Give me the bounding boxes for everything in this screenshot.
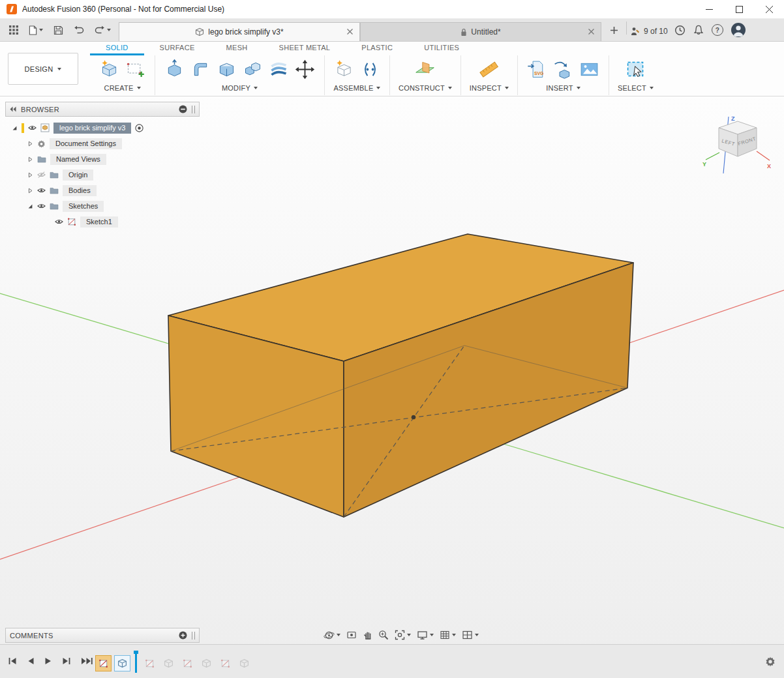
expander-icon[interactable] <box>27 156 33 162</box>
tree-item-label[interactable]: Sketch1 <box>80 216 118 228</box>
timeline-feature-suppressed[interactable] <box>236 655 252 671</box>
new-tab-button[interactable] <box>605 22 622 38</box>
app-grid-icon[interactable] <box>5 23 22 37</box>
fit-button[interactable] <box>395 630 411 640</box>
group-construct-button[interactable]: CONSTRUCT <box>399 84 452 92</box>
offset-faces-icon[interactable] <box>268 59 290 80</box>
close-tab-icon[interactable] <box>587 27 596 36</box>
minimize-button[interactable] <box>694 0 724 18</box>
tab-sheet-metal[interactable]: SHEET METAL <box>264 44 346 55</box>
group-modify-button[interactable]: MODIFY <box>222 84 258 92</box>
tab-plastic[interactable]: PLASTIC <box>346 44 408 55</box>
timeline-feature-suppressed[interactable] <box>160 655 177 671</box>
comments-header[interactable]: COMMENTS <box>5 628 200 643</box>
view-cube[interactable]: Z Y X LEFT FRONT <box>702 113 774 176</box>
tree-item-label[interactable]: Sketches <box>63 201 104 212</box>
step-back-button[interactable] <box>25 656 36 666</box>
play-button[interactable] <box>43 656 53 666</box>
expander-icon[interactable] <box>12 125 18 131</box>
redo-button[interactable] <box>91 23 115 37</box>
combine-icon[interactable] <box>242 59 264 80</box>
tree-item-label[interactable]: Named Views <box>50 154 106 165</box>
tree-item-origin[interactable]: Origin <box>5 167 200 183</box>
active-component-radio-icon[interactable] <box>135 124 143 132</box>
group-assemble-button[interactable]: ASSEMBLE <box>334 84 381 92</box>
visibility-eye-icon[interactable] <box>37 203 46 209</box>
brick-body[interactable] <box>168 234 633 517</box>
fillet-icon[interactable] <box>190 59 211 80</box>
expander-icon[interactable] <box>27 141 33 147</box>
select-icon[interactable] <box>625 59 646 80</box>
visibility-eye-off-icon[interactable] <box>37 171 46 178</box>
step-forward-button[interactable] <box>61 656 72 666</box>
new-component-icon[interactable] <box>333 59 355 80</box>
tree-item-label[interactable]: Bodies <box>63 185 97 196</box>
browser-header[interactable]: BROWSER <box>5 102 200 117</box>
notifications-bell-icon[interactable] <box>693 25 704 35</box>
timeline-position-marker[interactable] <box>135 653 137 673</box>
tree-item-document-settings[interactable]: Document Settings <box>5 136 200 151</box>
tab-solid[interactable]: SOLID <box>90 44 144 55</box>
expander-icon[interactable] <box>27 203 33 209</box>
orbit-button[interactable] <box>324 630 340 641</box>
measure-icon[interactable] <box>478 59 500 80</box>
group-create-button[interactable]: CREATE <box>104 84 140 92</box>
look-at-button[interactable] <box>346 630 357 640</box>
press-pull-icon[interactable] <box>164 59 185 80</box>
document-tab-active[interactable]: lego brick simplify v3* <box>119 22 360 41</box>
group-inspect-button[interactable]: INSPECT <box>470 84 509 92</box>
visibility-eye-icon[interactable] <box>28 125 37 131</box>
viewcube-cube[interactable]: LEFT FRONT <box>719 121 757 156</box>
timeline-feature-suppressed[interactable] <box>179 655 196 671</box>
panel-display-icon[interactable] <box>179 105 187 113</box>
user-avatar[interactable] <box>731 23 746 37</box>
tree-item-sketch1[interactable]: Sketch1 <box>5 214 200 229</box>
timeline-feature-sketch[interactable] <box>95 655 112 671</box>
move-copy-icon[interactable] <box>294 59 316 80</box>
panel-drag-handle[interactable] <box>192 106 195 113</box>
joint-icon[interactable] <box>359 59 381 80</box>
new-body-icon[interactable] <box>98 59 120 80</box>
save-button[interactable] <box>50 23 67 38</box>
tab-mesh[interactable]: MESH <box>211 44 264 55</box>
zoom-button[interactable] <box>378 630 389 640</box>
timeline-feature-extrude[interactable] <box>114 655 130 671</box>
document-tab-inactive[interactable]: Untitled* <box>360 22 601 41</box>
tree-item-root[interactable]: lego brick simplify v3 <box>5 120 200 136</box>
panel-drag-handle[interactable] <box>192 632 195 640</box>
construction-plane-icon[interactable] <box>414 59 436 80</box>
sketch-center-point[interactable] <box>412 415 415 419</box>
close-tab-icon[interactable] <box>346 27 354 36</box>
insert-svg-icon[interactable]: SVG <box>526 59 548 80</box>
visibility-eye-icon[interactable] <box>55 218 63 225</box>
timeline-feature-suppressed[interactable] <box>217 655 234 671</box>
workspace-selector[interactable]: DESIGN <box>8 53 78 85</box>
tab-surface[interactable]: SURFACE <box>144 44 211 55</box>
timeline-feature-suppressed[interactable] <box>142 655 158 671</box>
timeline-feature-suppressed[interactable] <box>198 655 215 671</box>
tree-item-label[interactable]: lego brick simplify v3 <box>53 123 131 134</box>
undo-button[interactable] <box>70 23 88 37</box>
grid-snap-button[interactable] <box>440 630 456 640</box>
expander-icon[interactable] <box>27 172 33 178</box>
tree-item-named-views[interactable]: Named Views <box>5 151 200 167</box>
visibility-eye-icon[interactable] <box>37 187 46 194</box>
create-sketch-icon[interactable] <box>125 59 146 80</box>
skip-to-end-button[interactable] <box>80 656 95 666</box>
add-comment-icon[interactable] <box>179 631 187 640</box>
skip-to-start-button[interactable] <box>7 656 18 666</box>
tree-item-label[interactable]: Document Settings <box>50 138 122 149</box>
tree-item-bodies[interactable]: Bodies <box>5 183 200 198</box>
model-canvas[interactable]: Z Y X LEFT FRONT BROWSER <box>0 96 784 644</box>
display-settings-button[interactable] <box>417 630 434 640</box>
tree-item-label[interactable]: Origin <box>63 170 93 181</box>
collapse-panel-icon[interactable] <box>10 106 16 112</box>
insert-derive-icon[interactable] <box>552 59 574 80</box>
pan-button[interactable] <box>363 630 372 640</box>
job-status[interactable]: 9 of 10 <box>631 27 668 36</box>
tab-utilities[interactable]: UTILITIES <box>408 44 475 55</box>
timeline-settings-gear-icon[interactable] <box>764 656 776 668</box>
expander-icon[interactable] <box>27 188 33 194</box>
shell-icon[interactable] <box>216 59 237 80</box>
viewports-button[interactable] <box>462 630 479 640</box>
